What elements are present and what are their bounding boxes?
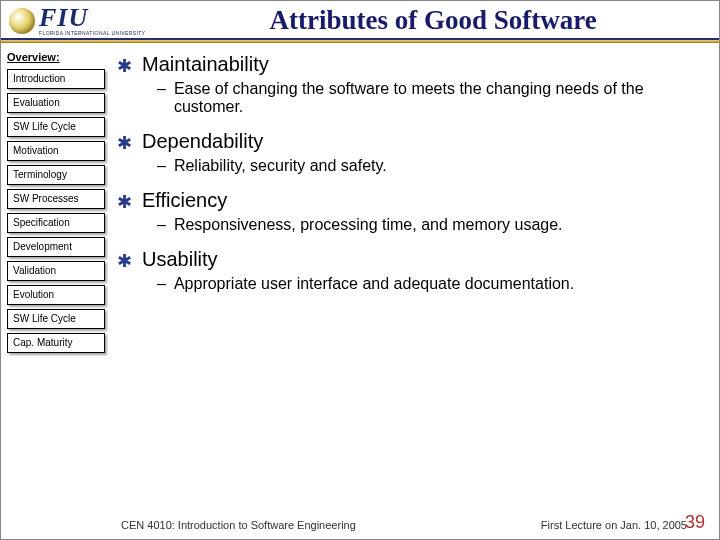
attr-desc: Appropriate user interface and adequate … [174,275,574,293]
slide: FIU FLORIDA INTERNATIONAL UNIVERSITY Att… [0,0,720,540]
attr-name: Dependability [142,130,263,153]
sidebar-item-sw-processes[interactable]: SW Processes [7,189,105,209]
bullet-icon: ✱ [117,252,132,270]
sidebar-item-cap-maturity[interactable]: Cap. Maturity [7,333,105,353]
attr-desc: Reliability, security and safety. [174,157,387,175]
attr-dependability: ✱ Dependability – Reliability, security … [117,130,705,175]
sidebar-item-evolution[interactable]: Evolution [7,285,105,305]
footer-left: CEN 4010: Introduction to Software Engin… [121,519,541,531]
sidebar-item-sw-life-cycle-2[interactable]: SW Life Cycle [7,309,105,329]
bullet-icon: ✱ [117,134,132,152]
sidebar-item-sw-life-cycle[interactable]: SW Life Cycle [7,117,105,137]
footer-right: First Lecture on Jan. 10, 2005 [541,519,687,531]
dash-icon: – [157,275,166,293]
sidebar-item-specification[interactable]: Specification [7,213,105,233]
page-title: Attributes of Good Software [155,5,711,36]
content: ✱ Maintainability – Ease of changing the… [111,43,719,539]
bullet-icon: ✱ [117,57,132,75]
sidebar-heading: Overview: [7,51,105,63]
sidebar-item-evaluation[interactable]: Evaluation [7,93,105,113]
brand-sub: FLORIDA INTERNATIONAL UNIVERSITY [39,31,145,36]
footer: CEN 4010: Introduction to Software Engin… [121,519,705,531]
dash-icon: – [157,216,166,234]
dash-icon: – [157,157,166,175]
brand-main: FIU [39,5,145,31]
sidebar-item-validation[interactable]: Validation [7,261,105,281]
page-number: 39 [685,512,705,533]
sidebar: Overview: Introduction Evaluation SW Lif… [1,43,111,539]
attr-usability: ✱ Usability – Appropriate user interface… [117,248,705,293]
attr-name: Maintainability [142,53,269,76]
seal-icon [9,8,35,34]
bullet-icon: ✱ [117,193,132,211]
title-bar: FIU FLORIDA INTERNATIONAL UNIVERSITY Att… [1,1,719,40]
attr-name: Efficiency [142,189,227,212]
sidebar-item-motivation[interactable]: Motivation [7,141,105,161]
sidebar-item-development[interactable]: Development [7,237,105,257]
body: Overview: Introduction Evaluation SW Lif… [1,43,719,539]
attr-name: Usability [142,248,218,271]
attr-desc: Ease of changing the software to meets t… [174,80,705,116]
sidebar-item-terminology[interactable]: Terminology [7,165,105,185]
attr-efficiency: ✱ Efficiency – Responsiveness, processin… [117,189,705,234]
attr-maintainability: ✱ Maintainability – Ease of changing the… [117,53,705,116]
brand-block: FIU FLORIDA INTERNATIONAL UNIVERSITY [39,5,145,36]
sidebar-item-introduction[interactable]: Introduction [7,69,105,89]
dash-icon: – [157,80,166,116]
attr-desc: Responsiveness, processing time, and mem… [174,216,563,234]
